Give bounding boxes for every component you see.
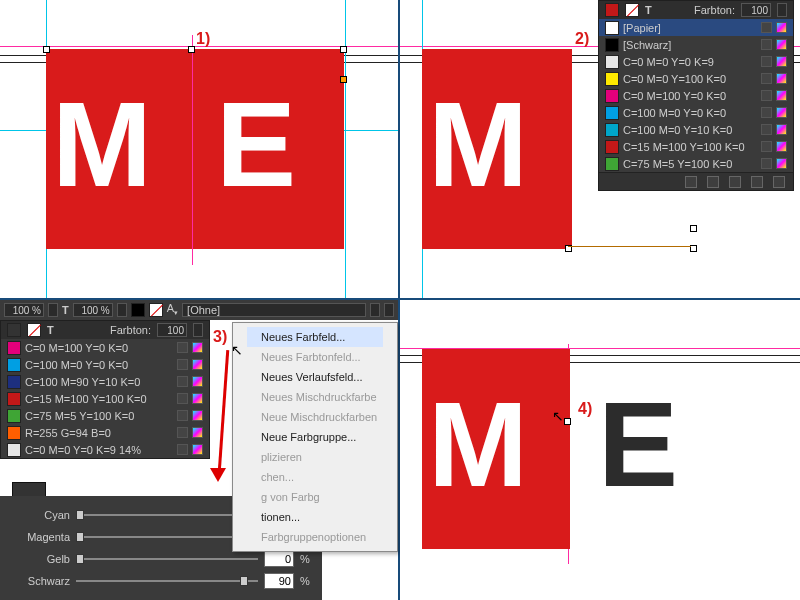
fill-chip[interactable] (7, 323, 21, 337)
swatch-chip (605, 38, 619, 52)
dd[interactable] (48, 303, 58, 317)
swatch-label: C=75 M=5 Y=100 K=0 (623, 158, 757, 170)
swatch-row[interactable]: C=0 M=0 Y=0 K=9 14% (1, 441, 209, 458)
menu-item[interactable]: Neue Farbgruppe... (247, 427, 383, 447)
scale-y-input[interactable] (73, 303, 113, 317)
handle[interactable] (188, 46, 195, 53)
menu-item[interactable]: tionen... (247, 507, 383, 527)
slider-track[interactable] (76, 580, 258, 582)
scale-x-input[interactable] (4, 303, 44, 317)
handle[interactable] (340, 46, 347, 53)
stroke-chip[interactable] (625, 3, 639, 17)
menu-item[interactable]: Neues Verlaufsfeld... (247, 367, 383, 387)
folder-icon[interactable] (707, 176, 719, 188)
step-number-4: 4) (578, 400, 592, 418)
slider-thumb[interactable] (76, 532, 84, 542)
tint-input[interactable] (157, 323, 187, 337)
swatch-type-icon (761, 107, 772, 118)
red-block[interactable]: M (422, 49, 572, 249)
handle[interactable] (43, 46, 50, 53)
flyout-trigger[interactable] (384, 303, 394, 317)
channel-label: Gelb (10, 553, 70, 565)
annotation-arrowhead (210, 468, 226, 482)
swatch-row[interactable]: C=100 M=0 Y=0 K=0 (599, 104, 793, 121)
swatch-row[interactable]: C=0 M=100 Y=0 K=0 (1, 339, 209, 356)
slider-thumb[interactable] (76, 554, 84, 564)
swatch-label: C=0 M=0 Y=0 K=9 14% (25, 444, 173, 456)
letter-m: M (428, 384, 523, 504)
swatch-row[interactable]: C=75 M=5 Y=100 K=0 (1, 407, 209, 424)
swatch-type-icon (761, 90, 772, 101)
swatch-label: C=100 M=0 Y=0 K=0 (623, 107, 757, 119)
swatch-row[interactable]: C=0 M=0 Y=100 K=0 (599, 70, 793, 87)
channel-value-input[interactable] (264, 573, 294, 589)
swatch-row[interactable]: C=100 M=90 Y=10 K=0 (1, 373, 209, 390)
swatch-row[interactable]: [Schwarz] (599, 36, 793, 53)
slider-thumb[interactable] (76, 510, 84, 520)
swatch-label: C=0 M=100 Y=0 K=0 (623, 90, 757, 102)
swatch-chip (7, 358, 21, 372)
swatch-mode-icon (192, 410, 203, 421)
menu-item[interactable]: Neues Farbfeld... (247, 327, 383, 347)
slider-track[interactable] (76, 536, 258, 538)
new-group-icon[interactable] (751, 176, 763, 188)
swatch-row[interactable]: C=100 M=0 Y=10 K=0 (599, 121, 793, 138)
channel-label: Magenta (10, 531, 70, 543)
swatch-row[interactable]: C=0 M=100 Y=0 K=0 (599, 87, 793, 104)
flyout-menu: Neues Farbfeld...Neues Farbtonfeld...Neu… (232, 322, 398, 552)
stroke-square[interactable] (149, 303, 163, 317)
fill-chip[interactable] (605, 3, 619, 17)
handle[interactable] (690, 245, 697, 252)
swatch-row[interactable]: C=75 M=5 Y=100 K=0 (599, 155, 793, 172)
stroke-chip[interactable] (27, 323, 41, 337)
menu-item: Neues Mischdruckfarbe (247, 387, 383, 407)
step-number-3: 3) (213, 328, 227, 346)
swatch-row[interactable]: C=15 M=100 Y=100 K=0 (599, 138, 793, 155)
letter-m: M (52, 84, 147, 204)
swatch-row[interactable]: [Papier] (599, 19, 793, 36)
panel-4: M E 4) ↖ (400, 300, 800, 600)
swatches-panel: T Farbton: [Papier][Schwarz]C=0 M=0 Y=0 … (598, 0, 794, 191)
swatch-type-icon (177, 444, 188, 455)
swatch-chip (605, 157, 619, 171)
slider-track[interactable] (76, 558, 258, 560)
swatch-type-icon (177, 410, 188, 421)
swatch-row[interactable]: R=255 G=94 B=0 (1, 424, 209, 441)
swatch-mode-icon (776, 90, 787, 101)
trash-icon[interactable] (773, 176, 785, 188)
handle[interactable] (340, 76, 347, 83)
handle[interactable] (564, 418, 571, 425)
swatch-label: [Schwarz] (623, 39, 757, 51)
swatch-row[interactable]: C=15 M=100 Y=100 K=0 (1, 390, 209, 407)
char-style-select[interactable]: [Ohne] (182, 303, 366, 317)
view-icon[interactable] (685, 176, 697, 188)
new-swatch-icon[interactable] (729, 176, 741, 188)
letter-e-dark[interactable]: E (598, 384, 678, 504)
red-block[interactable]: M E (46, 49, 344, 249)
slider-thumb[interactable] (240, 576, 248, 586)
swatch-chip (7, 375, 21, 389)
dd[interactable] (370, 303, 380, 317)
slider-track[interactable] (76, 514, 258, 516)
swatch-type-icon (761, 39, 772, 50)
channel-value-input[interactable] (264, 551, 294, 567)
handle[interactable] (690, 225, 697, 232)
swatches-header: T Farbton: (1, 321, 209, 339)
swatch-type-icon (177, 359, 188, 370)
red-block[interactable]: M (422, 349, 570, 549)
swatch-row[interactable]: C=100 M=0 Y=0 K=0 (1, 356, 209, 373)
fill-square[interactable] (131, 303, 145, 317)
tint-dropdown[interactable] (777, 3, 787, 17)
tint-dropdown[interactable] (193, 323, 203, 337)
percent-label: % (300, 553, 312, 565)
swatch-label: R=255 G=94 B=0 (25, 427, 173, 439)
tint-input[interactable] (741, 3, 771, 17)
swatch-mode-icon (192, 342, 203, 353)
dd[interactable] (117, 303, 127, 317)
swatch-mode-icon (776, 141, 787, 152)
tint-label: Farbton: (694, 4, 735, 16)
swatch-chip (7, 392, 21, 406)
swatch-chip (7, 443, 21, 457)
swatch-chip (605, 55, 619, 69)
swatch-row[interactable]: C=0 M=0 Y=0 K=9 (599, 53, 793, 70)
